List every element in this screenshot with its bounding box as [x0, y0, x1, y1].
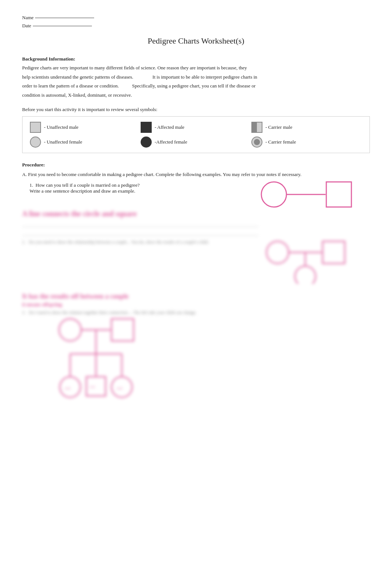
blurred-pink-subheading2: it means offspring	[22, 302, 370, 308]
blurred-pedigree-2-svg	[259, 239, 370, 284]
name-label: Name	[22, 15, 34, 21]
procedure-heading: Procedure:	[22, 162, 370, 168]
bg-text2: help scientists understand the genetic p…	[22, 74, 133, 80]
unaffected-male-icon	[30, 122, 41, 133]
q1-text: How can you tell if a couple is married …	[35, 182, 140, 188]
symbol-carrier-female: - Carrier female	[251, 137, 362, 148]
unaffected-female-label: - Unaffected female	[44, 139, 82, 145]
svg-point-16	[60, 377, 80, 397]
background-section: Background Information: Pedigree charts …	[22, 56, 370, 100]
date-field-line: Date	[22, 23, 370, 29]
blurred-lower-section: A line connects the circle and square 2.…	[22, 210, 370, 433]
symbol-unaffected-male: - Unaffected male	[30, 122, 141, 133]
svg-rect-2	[326, 182, 351, 207]
svg-rect-10	[111, 319, 134, 341]
affected-female-icon	[141, 137, 152, 148]
bg-text5: Specifically, using a pedigree chart, yo…	[132, 83, 256, 89]
blurred-q3-text: 3. Do I need to show the relation togeth…	[22, 310, 370, 315]
blurred-answer1-pink: A line connects the circle and square	[22, 210, 370, 218]
unaffected-male-label: - Unaffected male	[44, 124, 79, 130]
background-heading: Background Information:	[22, 56, 370, 62]
blurred-heading2: It has the results off between a couple …	[22, 293, 370, 308]
bg-text6: condition is autosomal, X-linked, domina…	[22, 92, 132, 98]
q1-block: 1. How can you tell if a couple is marri…	[30, 182, 140, 194]
blurred-pink-heading2: It has the results off between a couple	[22, 293, 370, 300]
symbol-unaffected-female: - Unaffected female	[30, 137, 141, 148]
svg-rect-17	[86, 377, 106, 396]
pedigree-example-1	[255, 180, 362, 210]
blurred-q3: 3. Do I need to show the relation togeth…	[22, 310, 370, 315]
q1-label: 1.	[30, 182, 33, 188]
name-field-line: Name	[22, 15, 370, 21]
date-underline[interactable]	[33, 26, 92, 26]
name-date-section: Name Date	[22, 15, 370, 29]
bg-text3: It is important to be able to interpret …	[152, 74, 257, 80]
svg-text:oval: oval	[117, 386, 123, 390]
procedure-section: Procedure: A. First you need to become c…	[22, 162, 370, 210]
affected-male-label: - Affected male	[155, 124, 185, 130]
procedure-text-a: A. First you need to become comfortable …	[22, 170, 370, 179]
carrier-male-label: - Carrier male	[265, 124, 292, 130]
affected-male-icon	[141, 122, 152, 133]
affected-female-label: -Affected female	[155, 139, 187, 145]
page-title: Pedigree Charts Worksheet(s)	[22, 36, 370, 46]
date-label: Date	[22, 23, 31, 29]
svg-point-3	[267, 241, 289, 263]
blurred-q2-text: 2. Do you need to show the relationship …	[22, 239, 248, 246]
name-underline[interactable]	[35, 18, 94, 18]
blurred-q2-row: 2. Do you need to show the relationship …	[22, 239, 370, 285]
blurred-tall-pedigree-svg: oval rect oval	[44, 317, 155, 431]
svg-text:rect: rect	[90, 385, 95, 389]
blurred-line2	[22, 229, 258, 236]
blurred-pedigree-2	[259, 239, 370, 285]
svg-rect-5	[323, 241, 345, 263]
blurred-tall-pedigree: oval rect oval	[44, 317, 370, 433]
background-body: Pedigree charts are very important to ma…	[22, 63, 370, 100]
carrier-female-icon	[251, 137, 262, 148]
svg-point-0	[261, 182, 286, 207]
svg-point-18	[111, 377, 132, 397]
blurred-line1	[22, 220, 258, 227]
carrier-male-icon	[251, 122, 262, 133]
symbols-box: - Unaffected male - Affected male - Carr…	[22, 116, 370, 153]
blurred-q2-label: 2. Do you need to show the relationship …	[22, 239, 248, 245]
symbols-intro: Before you start this activity it is imp…	[22, 107, 370, 113]
symbol-affected-female: -Affected female	[141, 137, 251, 148]
carrier-female-label: - Carrier female	[265, 139, 296, 145]
bg-text4: order to learn the pattern of a disease …	[22, 83, 119, 89]
svg-point-7	[295, 266, 316, 284]
svg-point-8	[59, 319, 81, 341]
svg-text:oval: oval	[65, 386, 71, 390]
unaffected-female-icon	[30, 137, 41, 148]
symbol-affected-male: - Affected male	[141, 122, 251, 133]
bg-text1: Pedigree charts are very important to ma…	[22, 65, 247, 70]
pedigree-example-1-svg	[255, 180, 362, 208]
blurred-answer1: A line connects the circle and square	[22, 210, 370, 236]
q1-sub: Write a one sentence description and dra…	[30, 188, 135, 194]
q1-row: 1. How can you tell if a couple is marri…	[22, 182, 370, 210]
symbol-carrier-male: - Carrier male	[251, 122, 362, 133]
